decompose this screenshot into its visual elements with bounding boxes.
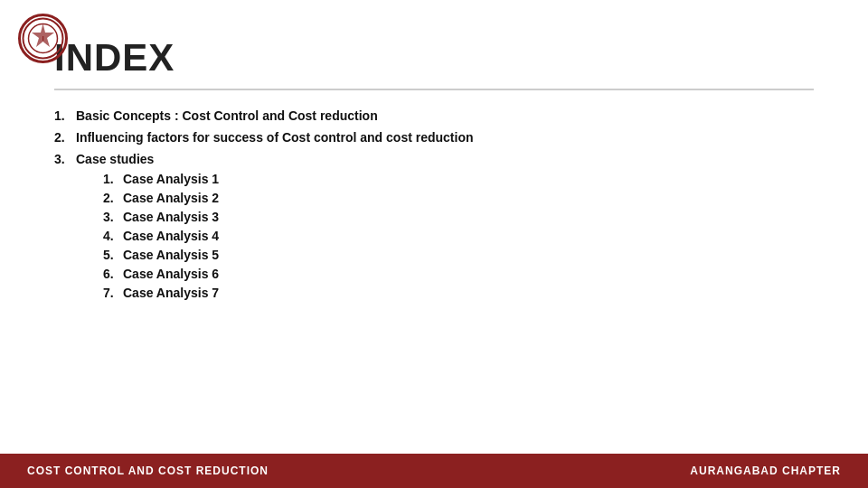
svg-text:I: I <box>42 34 43 42</box>
sub-item-number: 1. <box>103 172 118 186</box>
logo: I <box>18 14 68 63</box>
footer: COST CONTROL AND COST REDUCTION AURANGAB… <box>0 454 868 488</box>
item-number: 3. <box>54 152 71 166</box>
footer-left: COST CONTROL AND COST REDUCTION <box>27 465 269 477</box>
sub-item-text: Case Analysis 5 <box>123 248 219 262</box>
sub-item-number: 4. <box>103 229 118 243</box>
page: I INDEX 1.Basic Concepts : Cost Control … <box>0 0 868 488</box>
sub-item: 2.Case Analysis 2 <box>103 191 219 205</box>
logo-svg: I <box>21 16 65 61</box>
sub-item: 3.Case Analysis 3 <box>103 210 219 224</box>
sub-item-text: Case Analysis 7 <box>123 286 219 300</box>
item-number: 2. <box>54 130 71 145</box>
item-number: 1. <box>54 108 71 123</box>
logo-circle: I <box>18 14 68 63</box>
sub-item: 1.Case Analysis 1 <box>103 172 219 186</box>
footer-right: AURANGABAD CHAPTER <box>690 465 841 477</box>
index-item: 1.Basic Concepts : Cost Control and Cost… <box>54 108 814 123</box>
sub-list: 1.Case Analysis 12.Case Analysis 23.Case… <box>103 172 219 300</box>
item-text: Basic Concepts : Cost Control and Cost r… <box>76 108 378 123</box>
sub-item: 7.Case Analysis 7 <box>103 286 219 300</box>
sub-item-number: 6. <box>103 267 118 281</box>
divider <box>54 89 814 90</box>
sub-item: 6.Case Analysis 6 <box>103 267 219 281</box>
sub-item-text: Case Analysis 1 <box>123 172 219 186</box>
sub-item: 4.Case Analysis 4 <box>103 229 219 243</box>
sub-item-number: 3. <box>103 210 118 224</box>
sub-item-text: Case Analysis 6 <box>123 267 219 281</box>
index-item: 3.Case studies1.Case Analysis 12.Case An… <box>54 152 814 305</box>
index-list: 1.Basic Concepts : Cost Control and Cost… <box>54 108 814 312</box>
index-item: 2.Influencing factors for success of Cos… <box>54 130 814 145</box>
item-text: Case studies <box>76 152 154 166</box>
sub-item: 5.Case Analysis 5 <box>103 248 219 262</box>
page-title: INDEX <box>54 36 814 80</box>
sub-item-text: Case Analysis 2 <box>123 191 219 205</box>
main-content: INDEX 1.Basic Concepts : Cost Control an… <box>0 0 868 454</box>
item-wrapper: Influencing factors for success of Cost … <box>76 130 474 145</box>
sub-item-text: Case Analysis 3 <box>123 210 219 224</box>
item-wrapper: Case studies1.Case Analysis 12.Case Anal… <box>76 152 219 305</box>
sub-item-number: 7. <box>103 286 118 300</box>
sub-item-text: Case Analysis 4 <box>123 229 219 243</box>
item-wrapper: Basic Concepts : Cost Control and Cost r… <box>76 108 378 123</box>
sub-item-number: 5. <box>103 248 118 262</box>
item-text: Influencing factors for success of Cost … <box>76 130 474 145</box>
sub-item-number: 2. <box>103 191 118 205</box>
